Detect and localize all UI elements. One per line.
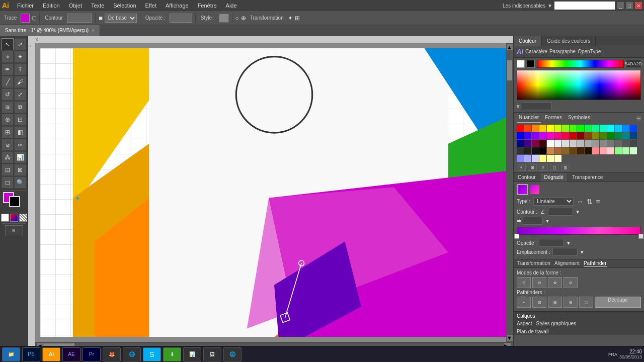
tab-nuancier[interactable]: Nuancier [517,114,541,123]
color-cell[interactable] [539,132,546,139]
color-cell[interactable] [532,125,539,132]
transparence-tab[interactable]: Transparence [568,173,607,182]
color-cell[interactable] [592,147,599,154]
nuancier-grid-btn[interactable]: ⊞ [528,164,537,171]
caractere-btn[interactable]: Caractère [525,49,547,54]
line-tool[interactable]: ╱ [2,76,14,88]
color-cell[interactable] [630,132,637,139]
color-cell[interactable] [539,125,546,132]
color-cell[interactable] [630,125,637,132]
color-cell[interactable] [570,147,577,154]
taskbar-utorrent-btn[interactable]: ⬇ [163,347,181,361]
scroll-thumb[interactable] [507,60,512,80]
color-cell[interactable] [570,140,577,147]
gradient-stop-right[interactable] [638,234,643,239]
calques-btn[interactable]: Calques [517,313,535,319]
color-cell[interactable] [539,147,546,154]
maximize-button[interactable]: □ [626,2,633,9]
color-cell[interactable] [592,132,599,139]
color-cell[interactable] [570,125,577,132]
nuancier-del-btn[interactable]: 🗑 [561,164,570,171]
blend-tool[interactable]: ∞ [14,139,26,151]
color-spectrum-mini[interactable] [537,60,624,68]
color-cell[interactable] [585,125,592,132]
direct-select-tool[interactable]: ↗ [14,38,26,50]
decoupe-btn[interactable]: Découpe [595,297,641,308]
plan-travail-btn[interactable]: Plan de travail [517,329,548,334]
color-cell[interactable] [554,155,561,162]
color-cell[interactable] [554,140,561,147]
taskbar-gallery-btn[interactable]: 🖼 [203,347,221,361]
color-cell[interactable] [615,125,622,132]
color-cell[interactable] [607,125,614,132]
color-cell[interactable] [577,125,584,132]
white-swatch[interactable] [517,60,525,68]
taskbar-premiere-btn[interactable]: Pr [83,347,101,361]
opentype-btn[interactable]: OpenType [578,49,601,54]
close-button[interactable]: ✕ [635,2,642,9]
color-cell[interactable] [622,132,629,139]
emplacement-input[interactable] [552,248,578,256]
nuancier-add-btn[interactable]: + [517,164,526,171]
color-cell[interactable] [622,147,629,154]
scroll-down-btn[interactable]: ▼ [507,335,513,341]
color-cell[interactable] [615,147,622,154]
nuancier-new-btn[interactable]: ◻ [550,164,559,171]
color-cell[interactable] [554,147,561,154]
color-cell[interactable] [600,125,607,132]
no-fill-swatch[interactable] [1,214,9,222]
doc-tab-close[interactable]: × [92,28,95,33]
emplacement-inc-icon[interactable]: ▼ [580,249,585,255]
color-cell[interactable] [607,147,614,154]
background-swatch[interactable] [9,196,20,207]
hex-display[interactable]: 54DA2D [626,60,641,68]
color-cell[interactable] [524,140,531,147]
color-cell[interactable] [532,132,539,139]
color-cell[interactable] [622,125,629,132]
angle-inc-icon[interactable]: ▼ [575,209,580,215]
degrade-swatch-1[interactable] [517,184,528,195]
color-cell[interactable] [585,147,592,154]
gradient-stop-left[interactable] [514,234,519,239]
eyedropper-tool[interactable]: ⌀ [2,139,14,151]
document-tab[interactable]: Sans titre - 1* @ 400% (RVB/Aperçu) × [0,25,100,36]
merge-btn[interactable]: ⊞ [548,297,562,308]
tab-symboles[interactable]: Symboles [566,114,592,123]
nuancier-list-btn[interactable]: ≡ [539,164,548,171]
angle-input[interactable]: 74.3° [548,208,573,216]
color-cell[interactable] [517,147,524,154]
align-icon[interactable]: ⊞ [295,15,300,22]
opacity-inc-icon[interactable]: ▼ [566,240,571,246]
menu-objet[interactable]: Objet [65,2,86,10]
color-cell[interactable] [577,132,584,139]
color-cell[interactable] [630,147,637,154]
scroll-up-btn[interactable]: ▲ [507,44,513,50]
color-cell[interactable] [607,132,614,139]
color-cell[interactable] [524,132,531,139]
color-cell[interactable] [585,140,592,147]
divide-btn[interactable]: ÷ [517,297,531,308]
color-cell[interactable] [517,140,524,147]
contour-tab[interactable]: Contour [514,173,540,182]
shape-builder-tool[interactable]: ⊕ [2,114,14,126]
ratio-inc-icon[interactable]: ▼ [545,218,550,224]
taskbar-network-btn[interactable]: 🌐 [223,347,242,361]
color-spectrum[interactable] [517,70,641,100]
gradient-swatch[interactable] [10,214,18,222]
color-cell[interactable] [600,132,607,139]
tab-formes[interactable]: Formes [543,114,564,123]
taskbar-chrome-btn[interactable]: 🌐 [123,347,141,361]
minus-front-btn[interactable]: ⊖ [532,277,546,288]
opacity-gradient-input[interactable] [539,239,564,247]
transformation-tab[interactable]: Transformation [517,260,550,266]
color-cell[interactable] [524,147,531,154]
hex-input[interactable]: 54DA2D [522,102,552,110]
gradient-type-select[interactable]: Linéaire [533,197,574,206]
gradient-more-icon[interactable]: ≡ [596,198,600,206]
taskbar-explorer-btn[interactable]: 📁 [2,347,20,361]
warp-tool[interactable]: ≋ [2,101,14,113]
lasso-tool[interactable]: ⌖ [2,51,14,63]
color-cell[interactable] [524,155,531,162]
color-cell[interactable] [539,140,546,147]
rotate-tool[interactable]: ↺ [2,88,14,101]
